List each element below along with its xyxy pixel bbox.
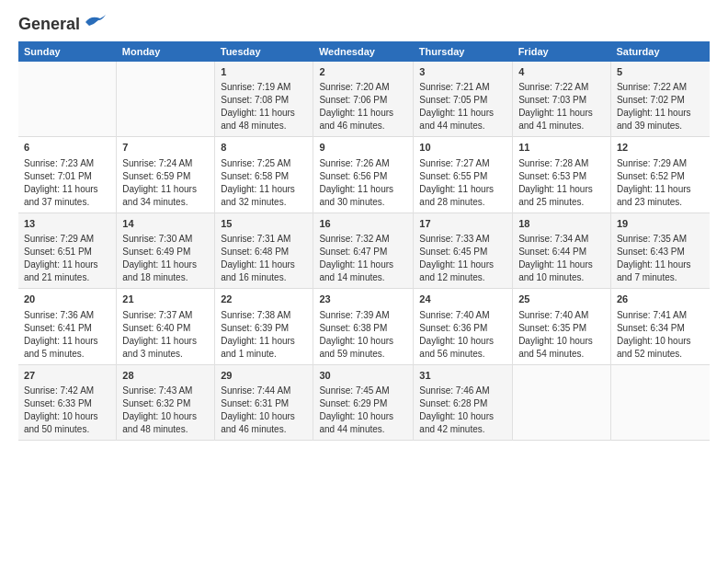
day-number: 17	[419, 217, 506, 231]
sunrise-text: Sunrise: 7:24 AM	[122, 157, 209, 170]
header: General	[18, 15, 710, 30]
calendar-cell: 4Sunrise: 7:22 AMSunset: 7:03 PMDaylight…	[513, 62, 611, 137]
calendar-cell: 28Sunrise: 7:43 AMSunset: 6:32 PMDayligh…	[117, 364, 215, 440]
calendar-cell: 25Sunrise: 7:40 AMSunset: 6:35 PMDayligh…	[513, 289, 611, 364]
sunrise-text: Sunrise: 7:26 AM	[319, 157, 407, 170]
sunrise-text: Sunrise: 7:22 AM	[518, 81, 605, 94]
calendar-cell: 11Sunrise: 7:28 AMSunset: 6:53 PMDayligh…	[513, 137, 611, 213]
daylight-text: Daylight: 11 hours and 12 minutes.	[419, 259, 506, 284]
calendar-cell: 22Sunrise: 7:38 AMSunset: 6:39 PMDayligh…	[215, 289, 313, 364]
day-number: 12	[617, 141, 704, 155]
sunset-text: Sunset: 6:52 PM	[617, 170, 704, 183]
calendar-cell	[18, 62, 117, 137]
sunset-text: Sunset: 6:44 PM	[518, 246, 605, 259]
day-number: 11	[518, 141, 605, 155]
sunset-text: Sunset: 7:02 PM	[617, 94, 704, 107]
sunrise-text: Sunrise: 7:31 AM	[221, 233, 307, 246]
sunrise-text: Sunrise: 7:43 AM	[122, 385, 209, 397]
day-number: 23	[319, 293, 407, 306]
sunrise-text: Sunrise: 7:32 AM	[319, 233, 407, 246]
sunrise-text: Sunrise: 7:38 AM	[221, 309, 307, 322]
daylight-text: Daylight: 11 hours and 25 minutes.	[518, 183, 605, 209]
sunrise-text: Sunrise: 7:29 AM	[24, 233, 110, 246]
calendar-cell: 5Sunrise: 7:22 AMSunset: 7:02 PMDaylight…	[610, 62, 710, 137]
calendar-table: SundayMondayTuesdayWednesdayThursdayFrid…	[18, 41, 710, 441]
daylight-text: Daylight: 11 hours and 7 minutes.	[617, 259, 704, 284]
sunset-text: Sunset: 6:53 PM	[518, 170, 605, 183]
sunset-text: Sunset: 6:29 PM	[319, 397, 407, 410]
weekday-header-sunday: Sunday	[18, 41, 117, 62]
sunset-text: Sunset: 6:43 PM	[617, 246, 704, 259]
day-number: 8	[221, 141, 307, 155]
calendar-cell: 29Sunrise: 7:44 AMSunset: 6:31 PMDayligh…	[215, 364, 313, 440]
sunrise-text: Sunrise: 7:30 AM	[122, 233, 209, 246]
sunset-text: Sunset: 6:51 PM	[24, 246, 110, 259]
sunrise-text: Sunrise: 7:25 AM	[221, 157, 307, 170]
daylight-text: Daylight: 10 hours and 48 minutes.	[122, 410, 209, 436]
daylight-text: Daylight: 11 hours and 14 minutes.	[319, 259, 407, 284]
calendar-cell: 31Sunrise: 7:46 AMSunset: 6:28 PMDayligh…	[414, 364, 513, 440]
day-number: 6	[24, 141, 110, 155]
day-number: 21	[122, 293, 209, 306]
calendar-week-row: 13Sunrise: 7:29 AMSunset: 6:51 PMDayligh…	[18, 213, 710, 288]
sunset-text: Sunset: 6:40 PM	[122, 322, 209, 335]
sunset-text: Sunset: 6:59 PM	[122, 170, 209, 183]
sunset-text: Sunset: 6:38 PM	[319, 322, 407, 335]
calendar-cell: 10Sunrise: 7:27 AMSunset: 6:55 PMDayligh…	[414, 137, 513, 213]
day-number: 19	[617, 217, 704, 231]
sunset-text: Sunset: 6:45 PM	[419, 246, 506, 259]
daylight-text: Daylight: 11 hours and 44 minutes.	[419, 107, 506, 132]
day-number: 20	[24, 293, 110, 306]
day-number: 24	[419, 293, 506, 306]
calendar-cell: 19Sunrise: 7:35 AMSunset: 6:43 PMDayligh…	[610, 213, 710, 288]
calendar-cell: 30Sunrise: 7:45 AMSunset: 6:29 PMDayligh…	[313, 364, 414, 440]
sunset-text: Sunset: 6:58 PM	[221, 170, 307, 183]
calendar-cell: 26Sunrise: 7:41 AMSunset: 6:34 PMDayligh…	[610, 289, 710, 364]
daylight-text: Daylight: 10 hours and 50 minutes.	[24, 410, 110, 436]
day-number: 31	[419, 369, 506, 383]
sunrise-text: Sunrise: 7:40 AM	[518, 309, 605, 322]
day-number: 3	[419, 65, 506, 79]
day-number: 7	[122, 141, 209, 155]
sunset-text: Sunset: 6:56 PM	[319, 170, 407, 183]
sunrise-text: Sunrise: 7:46 AM	[419, 385, 506, 397]
calendar-cell: 17Sunrise: 7:33 AMSunset: 6:45 PMDayligh…	[414, 213, 513, 288]
sunset-text: Sunset: 6:31 PM	[221, 397, 307, 410]
day-number: 18	[518, 217, 605, 231]
weekday-header-saturday: Saturday	[610, 41, 710, 62]
sunrise-text: Sunrise: 7:41 AM	[617, 309, 704, 322]
weekday-header-friday: Friday	[513, 41, 611, 62]
sunrise-text: Sunrise: 7:29 AM	[617, 157, 704, 170]
day-number: 13	[24, 217, 110, 231]
calendar-week-row: 20Sunrise: 7:36 AMSunset: 6:41 PMDayligh…	[18, 289, 710, 364]
day-number: 22	[221, 293, 307, 306]
daylight-text: Daylight: 10 hours and 46 minutes.	[221, 410, 307, 436]
sunset-text: Sunset: 6:35 PM	[518, 322, 605, 335]
sunrise-text: Sunrise: 7:28 AM	[518, 157, 605, 170]
day-number: 28	[122, 369, 209, 383]
day-number: 16	[319, 217, 407, 231]
daylight-text: Daylight: 11 hours and 46 minutes.	[319, 107, 407, 132]
day-number: 25	[518, 293, 605, 306]
calendar-cell: 12Sunrise: 7:29 AMSunset: 6:52 PMDayligh…	[610, 137, 710, 213]
calendar-cell: 2Sunrise: 7:20 AMSunset: 7:06 PMDaylight…	[313, 62, 414, 137]
weekday-header-wednesday: Wednesday	[313, 41, 414, 62]
calendar-cell: 14Sunrise: 7:30 AMSunset: 6:49 PMDayligh…	[117, 213, 215, 288]
logo-bird-icon	[82, 13, 108, 31]
calendar-cell	[513, 364, 611, 440]
sunrise-text: Sunrise: 7:19 AM	[221, 81, 307, 94]
calendar-cell: 9Sunrise: 7:26 AMSunset: 6:56 PMDaylight…	[313, 137, 414, 213]
daylight-text: Daylight: 10 hours and 54 minutes.	[518, 335, 605, 361]
day-number: 2	[319, 65, 407, 79]
sunrise-text: Sunrise: 7:39 AM	[319, 309, 407, 322]
daylight-text: Daylight: 11 hours and 39 minutes.	[617, 107, 704, 132]
sunrise-text: Sunrise: 7:27 AM	[419, 157, 506, 170]
calendar-cell: 24Sunrise: 7:40 AMSunset: 6:36 PMDayligh…	[414, 289, 513, 364]
daylight-text: Daylight: 11 hours and 28 minutes.	[419, 183, 506, 209]
sunrise-text: Sunrise: 7:21 AM	[419, 81, 506, 94]
day-number: 5	[617, 65, 704, 79]
daylight-text: Daylight: 11 hours and 23 minutes.	[617, 183, 704, 209]
sunrise-text: Sunrise: 7:37 AM	[122, 309, 209, 322]
sunrise-text: Sunrise: 7:36 AM	[24, 309, 110, 322]
weekday-header-row: SundayMondayTuesdayWednesdayThursdayFrid…	[18, 41, 710, 62]
